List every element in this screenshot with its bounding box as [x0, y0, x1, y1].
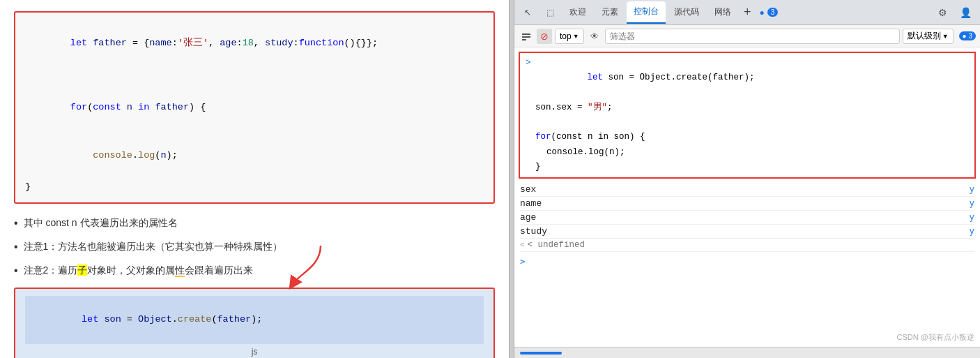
eye-icon[interactable]: 👁	[587, 29, 602, 44]
bullet-dot: •	[14, 215, 18, 232]
output-text: study	[520, 226, 547, 237]
badge-indicator: ●	[760, 8, 765, 17]
tab-elements[interactable]: 元素	[595, 1, 625, 24]
console-code-line: }	[526, 160, 969, 174]
svg-rect-1	[522, 33, 530, 35]
svg-rect-2	[522, 36, 530, 38]
output-text: sex	[520, 184, 536, 195]
context-dropdown[interactable]: top ▼	[555, 29, 584, 44]
profile-icon[interactable]: 👤	[954, 4, 977, 21]
console-prompt: >	[526, 56, 531, 70]
output-text: < undefined	[528, 240, 585, 250]
context-label: top	[560, 31, 572, 41]
scroll-indicator	[520, 352, 562, 355]
level-label: 默认级别	[908, 30, 941, 42]
watermark: CSDN @我有点小叛逆	[897, 332, 974, 343]
console-code-text: let son = Object.create(father);	[535, 56, 755, 100]
console-code-line: son.sex = "男";	[526, 100, 969, 115]
badge-count: 3	[767, 8, 779, 17]
console-code-line	[526, 115, 969, 130]
source-link[interactable]: y	[970, 185, 974, 195]
left-panel: let father = {name:'张三', age:18, study:f…	[0, 0, 509, 358]
code-line: console.log(n);	[25, 132, 484, 180]
panel-divider[interactable]	[509, 0, 514, 358]
console-prompt-line[interactable]: >	[514, 253, 980, 269]
bullet-item: • 注意1：方法名也能被遍历出来（它其实也算一种特殊属性）	[14, 239, 495, 255]
code-line	[25, 68, 484, 84]
code-block-1: let father = {name:'张三', age:18, study:f…	[14, 11, 495, 204]
tab-network[interactable]: 网络	[707, 1, 738, 24]
clear-console-button[interactable]	[519, 29, 534, 44]
tab-welcome[interactable]: 欢迎	[562, 1, 593, 24]
output-line-age: age y	[520, 211, 974, 225]
code-line: let son = Object.create(father);	[25, 296, 484, 344]
chevron-down-icon: ▼	[573, 33, 579, 40]
source-link[interactable]: y	[970, 199, 974, 209]
bullet-text: 注意2：遍历子对象时，父对象的属性会跟着遍历出来	[24, 262, 254, 278]
console-input-line: > let son = Object.create(father);	[526, 56, 969, 100]
tab-cursor-icon[interactable]: ↖	[517, 1, 538, 24]
output-text: name	[520, 198, 542, 209]
console-toolbar: ⊘ top ▼ 👁 默认级别 ▼ ● 3	[514, 25, 980, 47]
devtools-tab-bar: ↖ ⬚ 欢迎 元素 控制台 源代码 网络 + ● 3 ⚙ 👤	[514, 0, 980, 25]
log-level-dropdown[interactable]: 默认级别 ▼	[903, 29, 954, 44]
bullet-item: • 其中 const n 代表遍历出来的属性名	[14, 215, 495, 232]
filter-input[interactable]	[605, 29, 900, 44]
devtools-panel: ↖ ⬚ 欢迎 元素 控制台 源代码 网络 + ● 3 ⚙ 👤 ⊘ top ▼ 👁	[514, 0, 980, 358]
bullet-text: 注意1：方法名也能被遍历出来（它其实也算一种特殊属性）	[24, 239, 283, 254]
chevron-down-icon: ▼	[942, 33, 949, 40]
bullet-dot: •	[14, 262, 18, 279]
notification-badge: ● 3	[760, 8, 779, 17]
console-code-line: for(const n in son) {	[526, 130, 969, 144]
bullets-section: • 其中 const n 代表遍历出来的属性名 • 注意1：方法名也能被遍历出来…	[14, 215, 495, 279]
bullet-text: 其中 const n 代表遍历出来的属性名	[24, 215, 178, 230]
ban-button[interactable]: ⊘	[537, 29, 552, 44]
source-link[interactable]: y	[970, 213, 974, 223]
output-line-name: name y	[520, 197, 974, 211]
level-badge: ● 3	[959, 31, 976, 40]
source-link[interactable]: y	[970, 227, 974, 237]
tab-sources[interactable]: 源代码	[667, 1, 706, 24]
bullet-dot: •	[14, 239, 18, 255]
bullet-item: • 注意2：遍历子对象时，父对象的属性会跟着遍历出来	[14, 262, 495, 279]
console-code-line: console.log(n);	[526, 145, 969, 160]
console-output-lines: sex y name y age y study y < < undefined	[514, 181, 980, 253]
output-line-study: study y	[520, 225, 974, 239]
tab-inspect-icon[interactable]: ⬚	[539, 1, 561, 24]
prompt-chevron: >	[520, 256, 526, 267]
arrow-icon: <	[520, 241, 525, 249]
code-line: for(const n in father) {	[25, 84, 484, 132]
svg-rect-3	[522, 39, 526, 40]
settings-icon[interactable]: ⚙	[933, 4, 953, 21]
code-line: let father = {name:'张三', age:18, study:f…	[25, 20, 484, 68]
tab-more-tools[interactable]: +	[740, 1, 756, 24]
output-line-undefined: < < undefined	[520, 239, 974, 252]
console-code-block: > let son = Object.create(father); son.s…	[519, 52, 976, 179]
bottom-bar	[514, 347, 980, 358]
code-line: }	[25, 179, 484, 195]
output-text: age	[520, 212, 536, 223]
console-output: > let son = Object.create(father); son.s…	[514, 47, 980, 347]
output-line-sex: sex y	[520, 183, 974, 197]
tab-console[interactable]: 控制台	[627, 1, 666, 24]
bottom-label: js	[252, 347, 258, 357]
